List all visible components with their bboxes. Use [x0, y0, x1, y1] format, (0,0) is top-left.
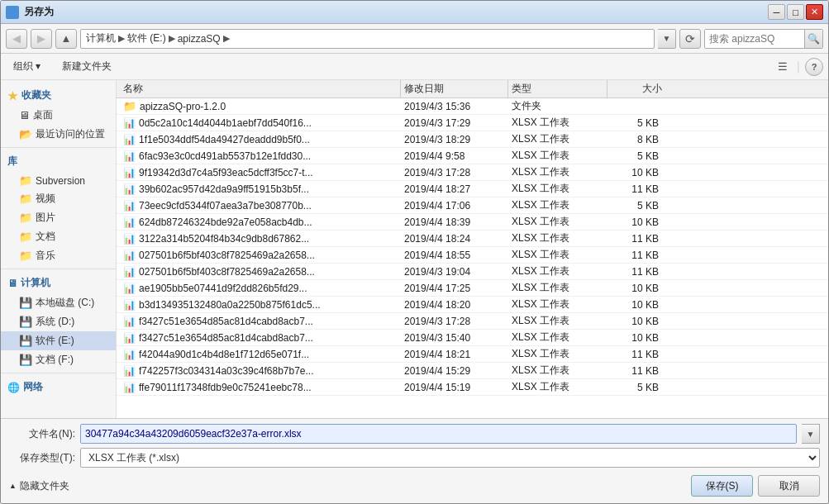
sidebar-item-video[interactable]: 📁 视频 — [1, 189, 116, 208]
save-button[interactable]: 保存(S) — [691, 475, 753, 497]
drive-icon: 💾 — [19, 316, 32, 328]
filetype-select[interactable]: XLSX 工作表 (*.xlsx) — [80, 448, 820, 468]
minimize-button[interactable]: ─ — [768, 4, 785, 20]
sidebar-item-drive-c[interactable]: 💾 本地磁盘 (C:) — [1, 293, 116, 312]
table-row[interactable]: 📊1f1e5034ddf54da49427deaddd9b5f0... 2019… — [117, 131, 828, 148]
cell-size: 11 KB — [607, 266, 665, 278]
search-button[interactable]: 🔍 — [804, 30, 822, 48]
xlsx-icon: 📊 — [123, 150, 136, 162]
path-part-drive[interactable]: 软件 (E:) — [127, 31, 166, 45]
table-row[interactable]: 📁apizzaSQ-pro-1.2.0 2019/4/3 15:36 文件夹 — [117, 98, 828, 115]
drive-icon: 💾 — [19, 335, 32, 347]
xlsx-icon: 📊 — [123, 382, 136, 393]
network-section[interactable]: 🌐 网络 — [1, 377, 116, 397]
table-row[interactable]: 📊f3427c51e3654d85ac81d4cabd8acb7... 2019… — [117, 330, 828, 346]
table-row[interactable]: 📊624db87246324bde92a7e058acb4db... 2019/… — [117, 214, 828, 231]
favorites-section[interactable]: ★ 收藏夹 — [1, 85, 116, 106]
address-dropdown[interactable]: ▼ — [658, 29, 676, 49]
favorites-title: 收藏夹 — [21, 88, 51, 102]
col-header-size[interactable]: 大小 — [607, 80, 665, 97]
back-button[interactable]: ◀ — [6, 29, 27, 49]
filetype-row: 保存类型(T): XLSX 工作表 (*.xlsx) — [9, 448, 820, 468]
cell-name: 📊624db87246324bde92a7e058acb4db... — [120, 216, 401, 228]
sidebar-item-pictures[interactable]: 📁 图片 — [1, 208, 116, 227]
table-row[interactable]: 📊f42044a90d1c4b4d8e1f712d65e071f... 2019… — [117, 346, 828, 363]
col-header-type[interactable]: 类型 — [508, 80, 607, 97]
libraries-section[interactable]: 库 — [1, 151, 116, 172]
xlsx-icon: 📊 — [123, 250, 136, 261]
col-header-date[interactable]: 修改日期 — [401, 80, 508, 97]
cell-name: 📊ae1905bb5e07441d9f2dd826b5fd29... — [120, 283, 401, 294]
new-folder-button[interactable]: 新建文件夹 — [55, 56, 119, 78]
cell-type: 文件夹 — [508, 99, 607, 113]
sidebar-item-drive-f[interactable]: 💾 文档 (F:) — [1, 350, 116, 369]
sidebar-item-recent[interactable]: 📂 最近访问的位置 — [1, 125, 116, 144]
table-row[interactable]: 📊027501b6f5bf403c8f7825469a2a2658... 201… — [117, 264, 828, 280]
refresh-button[interactable]: ⟳ — [679, 29, 701, 49]
sidebar-item-subversion[interactable]: 📁 Subversion — [1, 172, 116, 189]
action-buttons: 保存(S) 取消 — [691, 475, 820, 497]
filename-input[interactable] — [80, 424, 797, 444]
sidebar-item-label: 音乐 — [36, 249, 55, 263]
forward-button[interactable]: ▶ — [31, 29, 52, 49]
cell-type: XLSX 工作表 — [508, 165, 607, 179]
cell-size: 5 KB — [607, 117, 665, 129]
path-part-folder[interactable]: apizzaSQ — [178, 33, 221, 45]
xlsx-icon: 📊 — [123, 316, 136, 327]
view-button[interactable]: ☰ — [773, 57, 793, 77]
folder-icon: 📁 — [19, 174, 32, 187]
search-input[interactable] — [705, 30, 804, 48]
cell-date: 2019/4/4 18:21 — [401, 349, 508, 360]
computer-section[interactable]: 🖥 计算机 — [1, 273, 116, 293]
table-row[interactable]: 📊73eec9cfd5344f07aea3a7be308770b... 2019… — [117, 197, 828, 214]
col-header-name[interactable]: 名称 — [120, 80, 401, 97]
cell-size: 5 KB — [607, 150, 665, 162]
cell-date: 2019/4/3 17:28 — [401, 316, 508, 327]
drive-icon: 💾 — [19, 354, 32, 366]
table-row[interactable]: 📊f3427c51e3654d85ac81d4cabd8acb7... 2019… — [117, 313, 828, 330]
sidebar-item-desktop[interactable]: 🖥 桌面 — [1, 106, 116, 125]
path-part-computer[interactable]: 计算机 — [86, 31, 116, 45]
cell-type: XLSX 工作表 — [508, 182, 607, 196]
sidebar-item-label: 本地磁盘 (C:) — [36, 296, 94, 310]
cell-name: 📊3122a314b5204f84b34c9db8d67862... — [120, 233, 401, 245]
table-row[interactable]: 📊6fac93e3c0cd491ab5537b12e1fdd30... 2019… — [117, 148, 828, 164]
close-button[interactable]: ✕ — [806, 4, 823, 20]
table-row[interactable]: 📊ffe79011f17348fdb9e0c75241eebc78... 201… — [117, 379, 828, 396]
cell-date: 2019/4/4 17:06 — [401, 200, 508, 212]
cell-name: 📊027501b6f5bf403c8f7825469a2a2658... — [120, 250, 401, 261]
cell-type: XLSX 工作表 — [508, 248, 607, 262]
table-row[interactable]: 📊ae1905bb5e07441d9f2dd826b5fd29... 2019/… — [117, 280, 828, 297]
file-list-header: 名称 修改日期 类型 大小 — [117, 80, 828, 98]
table-row[interactable]: 📊027501b6f5bf403c8f7825469a2a2658... 201… — [117, 247, 828, 264]
xlsx-icon: 📊 — [123, 134, 136, 145]
cell-size: 10 KB — [607, 283, 665, 294]
xlsx-icon: 📊 — [123, 183, 136, 195]
sidebar-item-music[interactable]: 📁 音乐 — [1, 246, 116, 265]
cell-date: 2019/4/3 18:29 — [401, 134, 508, 145]
cell-name: 📊f3427c51e3654d85ac81d4cabd8acb7... — [120, 316, 401, 327]
organize-button[interactable]: 组织 ▾ — [6, 56, 48, 78]
table-row[interactable]: 📊9f19342d3d7c4a5f93eac5dcff3f5cc7-t... 2… — [117, 164, 828, 181]
sidebar-item-documents[interactable]: 📁 文档 — [1, 227, 116, 246]
cell-date: 2019/4/4 18:55 — [401, 250, 508, 261]
table-row[interactable]: 📊3122a314b5204f84b34c9db8d67862... 2019/… — [117, 231, 828, 247]
xlsx-icon: 📊 — [123, 167, 136, 178]
maximize-button[interactable]: □ — [787, 4, 804, 20]
help-button[interactable]: ? — [805, 58, 823, 76]
sidebar-item-drive-d[interactable]: 💾 系统 (D:) — [1, 312, 116, 331]
table-row[interactable]: 📊0d5c2a10c14d4044b1aebf7dd540f16... 2019… — [117, 115, 828, 131]
hide-folders-button[interactable]: ▲ 隐藏文件夹 — [9, 479, 69, 493]
path-sep-2: ▶ — [169, 33, 175, 44]
table-row[interactable]: 📊f742257f3c034314a03c39c4f68b7b7e... 201… — [117, 363, 828, 379]
cell-name: 📊6fac93e3c0cd491ab5537b12e1fdd30... — [120, 150, 401, 162]
cancel-button[interactable]: 取消 — [758, 475, 820, 497]
up-button[interactable]: ▲ — [55, 29, 77, 49]
divider-2 — [1, 269, 116, 269]
sidebar-item-drive-e[interactable]: 💾 软件 (E:) — [1, 331, 116, 350]
cell-name: 📁apizzaSQ-pro-1.2.0 — [120, 100, 401, 112]
filename-dropdown[interactable]: ▼ — [802, 424, 820, 444]
bottom-buttons: ▲ 隐藏文件夹 保存(S) 取消 — [9, 472, 820, 498]
table-row[interactable]: 📊b3d134935132480a0a2250b875f61dc5... 201… — [117, 297, 828, 313]
table-row[interactable]: 📊39b602ac957d42da9a9ff51915b3b5f... 2019… — [117, 181, 828, 197]
